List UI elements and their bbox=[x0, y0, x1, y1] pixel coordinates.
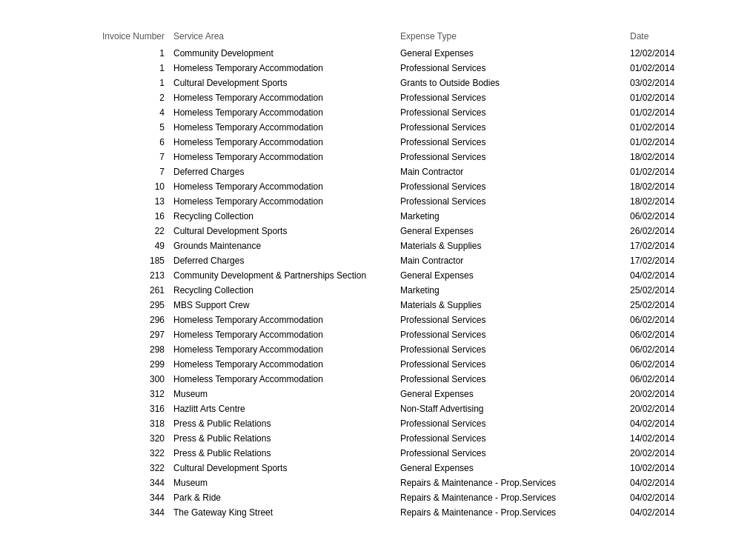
table-body: 1Community DevelopmentGeneral Expenses12… bbox=[37, 46, 719, 520]
cell-service: Hazlitt Arts Centre bbox=[170, 402, 400, 415]
table-row: 296Homeless Temporary AccommodationProfe… bbox=[37, 313, 719, 327]
cell-expense: Professional Services bbox=[400, 328, 630, 341]
cell-date: 17/02/2014 bbox=[630, 254, 719, 267]
cell-date: 01/02/2014 bbox=[630, 136, 719, 149]
cell-invoice: 10 bbox=[37, 180, 170, 193]
cell-date: 04/02/2014 bbox=[630, 506, 719, 519]
cell-date: 01/02/2014 bbox=[630, 61, 719, 75]
cell-date: 06/02/2014 bbox=[630, 313, 719, 327]
cell-invoice: 6 bbox=[37, 136, 170, 149]
cell-expense: Professional Services bbox=[400, 106, 630, 119]
cell-date: 04/02/2014 bbox=[630, 476, 719, 490]
cell-expense: Professional Services bbox=[400, 150, 630, 164]
cell-service: Press & Public Relations bbox=[170, 447, 400, 460]
cell-invoice: 4 bbox=[37, 106, 170, 119]
cell-service: Homeless Temporary Accommodation bbox=[170, 91, 400, 104]
table-row: 344MuseumRepairs & Maintenance - Prop.Se… bbox=[37, 475, 719, 490]
table-row: 299Homeless Temporary AccommodationProfe… bbox=[37, 357, 719, 372]
table-row: 344Park & RideRepairs & Maintenance - Pr… bbox=[37, 490, 719, 505]
table-row: 312MuseumGeneral Expenses20/02/2014 bbox=[37, 387, 719, 401]
cell-expense: Professional Services bbox=[400, 358, 630, 371]
cell-service: Homeless Temporary Accommodation bbox=[170, 136, 400, 149]
table-row: 22Cultural Development SportsGeneral Exp… bbox=[37, 224, 719, 238]
header-date: Date bbox=[630, 31, 719, 41]
cell-date: 06/02/2014 bbox=[630, 210, 719, 223]
table-row: 261Recycling CollectionMarketing25/02/20… bbox=[37, 283, 719, 298]
cell-service: Community Development & Partnerships Sec… bbox=[170, 269, 400, 282]
cell-date: 26/02/2014 bbox=[630, 224, 719, 238]
cell-service: Museum bbox=[170, 387, 400, 401]
cell-invoice: 316 bbox=[37, 402, 170, 415]
cell-expense: Repairs & Maintenance - Prop.Services bbox=[400, 491, 630, 504]
cell-service: Grounds Maintenance bbox=[170, 239, 400, 253]
cell-expense: Professional Services bbox=[400, 313, 630, 327]
table-row: 300Homeless Temporary AccommodationProfe… bbox=[37, 372, 719, 387]
table-row: 185Deferred ChargesMain Contractor17/02/… bbox=[37, 253, 719, 268]
table-row: 316Hazlitt Arts CentreNon-Staff Advertis… bbox=[37, 401, 719, 416]
cell-expense: Repairs & Maintenance - Prop.Services bbox=[400, 476, 630, 490]
cell-service: Cultural Development Sports bbox=[170, 76, 400, 90]
cell-date: 12/02/2014 bbox=[630, 47, 719, 60]
cell-invoice: 49 bbox=[37, 239, 170, 253]
table-row: 1Homeless Temporary AccommodationProfess… bbox=[37, 61, 719, 76]
cell-service: Homeless Temporary Accommodation bbox=[170, 343, 400, 356]
table-row: 16Recycling CollectionMarketing06/02/201… bbox=[37, 209, 719, 224]
cell-service: Homeless Temporary Accommodation bbox=[170, 106, 400, 119]
table-row: 7Homeless Temporary AccommodationProfess… bbox=[37, 150, 719, 164]
cell-expense: Marketing bbox=[400, 210, 630, 223]
cell-invoice: 344 bbox=[37, 506, 170, 519]
cell-date: 10/02/2014 bbox=[630, 461, 719, 475]
cell-invoice: 322 bbox=[37, 461, 170, 475]
cell-invoice: 300 bbox=[37, 373, 170, 386]
cell-invoice: 318 bbox=[37, 417, 170, 430]
cell-date: 14/02/2014 bbox=[630, 432, 719, 445]
cell-date: 06/02/2014 bbox=[630, 358, 719, 371]
cell-date: 04/02/2014 bbox=[630, 417, 719, 430]
cell-service: Recycling Collection bbox=[170, 210, 400, 223]
cell-service: Cultural Development Sports bbox=[170, 224, 400, 238]
cell-date: 04/02/2014 bbox=[630, 491, 719, 504]
cell-expense: Professional Services bbox=[400, 180, 630, 193]
table-row: 49Grounds MaintenanceMaterials & Supplie… bbox=[37, 238, 719, 253]
cell-invoice: 16 bbox=[37, 210, 170, 223]
cell-expense: General Expenses bbox=[400, 269, 630, 282]
cell-service: Press & Public Relations bbox=[170, 417, 400, 430]
cell-invoice: 296 bbox=[37, 313, 170, 327]
cell-expense: Professional Services bbox=[400, 432, 630, 445]
cell-expense: Professional Services bbox=[400, 121, 630, 134]
cell-date: 01/02/2014 bbox=[630, 121, 719, 134]
cell-invoice: 298 bbox=[37, 343, 170, 356]
cell-invoice: 185 bbox=[37, 254, 170, 267]
cell-date: 06/02/2014 bbox=[630, 328, 719, 341]
cell-invoice: 320 bbox=[37, 432, 170, 445]
table-row: 1Cultural Development SportsGrants to Ou… bbox=[37, 76, 719, 90]
cell-expense: Materials & Supplies bbox=[400, 298, 630, 312]
cell-date: 01/02/2014 bbox=[630, 165, 719, 178]
cell-invoice: 344 bbox=[37, 491, 170, 504]
cell-service: Homeless Temporary Accommodation bbox=[170, 313, 400, 327]
cell-invoice: 297 bbox=[37, 328, 170, 341]
cell-service: Homeless Temporary Accommodation bbox=[170, 180, 400, 193]
cell-expense: General Expenses bbox=[400, 47, 630, 60]
table-row: 322Cultural Development SportsGeneral Ex… bbox=[37, 461, 719, 475]
cell-invoice: 1 bbox=[37, 76, 170, 90]
cell-expense: General Expenses bbox=[400, 387, 630, 401]
cell-service: Homeless Temporary Accommodation bbox=[170, 195, 400, 208]
table-row: 4Homeless Temporary AccommodationProfess… bbox=[37, 105, 719, 120]
cell-date: 03/02/2014 bbox=[630, 76, 719, 90]
cell-service: Homeless Temporary Accommodation bbox=[170, 358, 400, 371]
cell-expense: Grants to Outside Bodies bbox=[400, 76, 630, 90]
table-row: 295MBS Support CrewMaterials & Supplies2… bbox=[37, 298, 719, 313]
cell-expense: Professional Services bbox=[400, 61, 630, 75]
cell-expense: Materials & Supplies bbox=[400, 239, 630, 253]
cell-expense: Non-Staff Advertising bbox=[400, 402, 630, 415]
cell-service: MBS Support Crew bbox=[170, 298, 400, 312]
cell-invoice: 261 bbox=[37, 284, 170, 297]
cell-expense: Professional Services bbox=[400, 417, 630, 430]
cell-expense: Main Contractor bbox=[400, 165, 630, 178]
cell-invoice: 7 bbox=[37, 150, 170, 164]
cell-date: 18/02/2014 bbox=[630, 195, 719, 208]
cell-invoice: 22 bbox=[37, 224, 170, 238]
cell-date: 17/02/2014 bbox=[630, 239, 719, 253]
cell-expense: Professional Services bbox=[400, 136, 630, 149]
